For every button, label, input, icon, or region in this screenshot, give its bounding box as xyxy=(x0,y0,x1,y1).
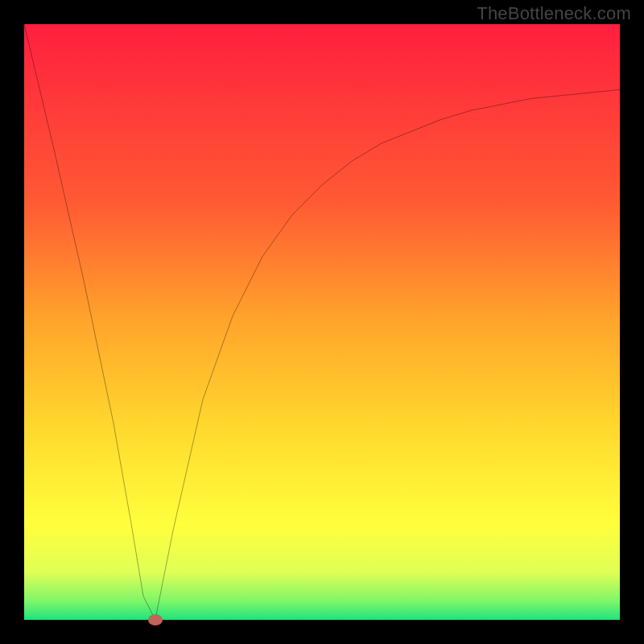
watermark-text: TheBottleneck.com xyxy=(477,3,631,24)
chart-frame: TheBottleneck.com xyxy=(0,0,644,644)
plot-area xyxy=(24,24,620,620)
bottleneck-curve xyxy=(24,24,620,620)
bottleneck-marker xyxy=(148,614,163,625)
